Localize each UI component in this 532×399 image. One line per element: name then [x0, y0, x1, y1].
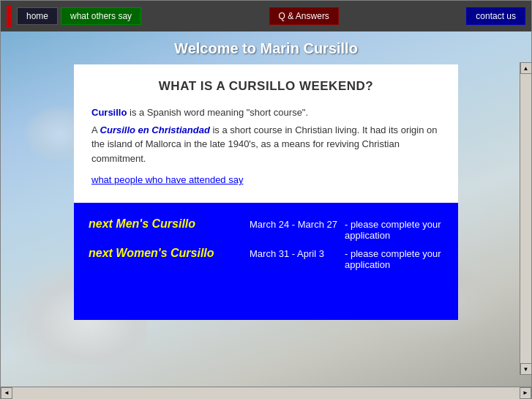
nav-red-bar — [7, 5, 11, 27]
sky-background: Welcome to Marin Cursillo WHAT IS A CURS… — [1, 31, 531, 387]
mens-cursillo-label: next Men's Cursillo — [89, 217, 250, 231]
paragraph-2-prefix: A — [91, 124, 100, 135]
womens-cursillo-event: next Women's Cursillo March 31 - April 3… — [89, 247, 443, 270]
mens-cursillo-date: March 24 - March 27 — [250, 219, 345, 230]
scroll-horizontal-track — [12, 387, 520, 399]
blue-events-section: next Men's Cursillo March 24 - March 27 … — [74, 203, 458, 320]
content-box: WHAT IS A CURSILLO WEEKEND? Cursillo is … — [74, 64, 458, 203]
nav-qa[interactable]: Q & Answers — [269, 7, 339, 25]
bottom-scrollbar-bar: ◄ ► — [1, 387, 531, 398]
scroll-right-button[interactable]: ► — [520, 387, 531, 399]
paragraph-1-text: is a Spanish word meaning "short course"… — [127, 107, 308, 118]
section-title: WHAT IS A CURSILLO WEEKEND? — [91, 79, 441, 94]
scroll-vertical-track — [520, 74, 532, 363]
cursillo-bold-1: Cursillo — [91, 107, 127, 118]
scroll-left-button[interactable]: ◄ — [1, 387, 12, 399]
womens-cursillo-date: March 31 - April 3 — [250, 248, 345, 259]
nav-what-others-say[interactable]: what others say — [61, 7, 141, 25]
womens-cursillo-label: next Women's Cursillo — [89, 247, 250, 260]
paragraph-2: A Cursillo en Christiandad is a short co… — [91, 123, 441, 166]
mens-cursillo-event: next Men's Cursillo March 24 - March 27 … — [89, 217, 443, 241]
navbar: home what others say Q & Answers contact… — [1, 1, 531, 31]
cursillo-en-christiandad[interactable]: Cursillo en Christiandad — [100, 124, 210, 135]
womens-cursillo-action[interactable]: - please complete your application — [345, 248, 443, 270]
what-people-say-link[interactable]: what people who have attended say — [91, 174, 441, 185]
nav-home[interactable]: home — [17, 7, 58, 25]
nav-contact[interactable]: contact us — [466, 7, 525, 25]
browser-frame: home what others say Q & Answers contact… — [0, 0, 532, 399]
paragraph-1: Cursillo is a Spanish word meaning "shor… — [91, 105, 441, 120]
mens-cursillo-action[interactable]: - please complete your application — [345, 219, 443, 241]
scroll-down-button[interactable]: ▼ — [520, 363, 532, 375]
main-content: Welcome to Marin Cursillo WHAT IS A CURS… — [1, 31, 531, 387]
welcome-header: Welcome to Marin Cursillo — [1, 31, 531, 64]
right-scrollbar: ▲ ▼ — [520, 62, 531, 375]
